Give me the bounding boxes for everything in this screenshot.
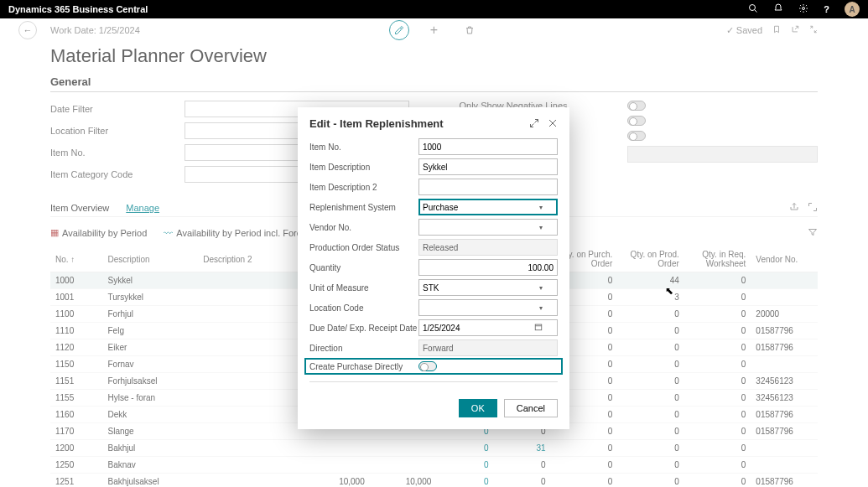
direction-label: Direction [309,344,418,353]
app-title: Dynamics 365 Business Central [8,4,148,14]
item-replenishment-dialog: Edit - Item Replenishment Item No. Item … [298,107,569,429]
maximize-icon[interactable] [529,118,539,130]
help-icon[interactable]: ? [824,4,829,14]
ok-button[interactable]: OK [459,399,497,417]
due-date-field[interactable] [418,319,558,336]
prod-status-field [418,239,558,256]
svg-line-1 [755,10,757,13]
svg-point-2 [803,8,805,10]
vendor-no-select[interactable] [418,219,558,236]
item-no-label: Item No. [309,142,418,152]
quantity-field[interactable] [418,259,558,276]
repl-sys-select[interactable] [418,199,558,215]
svg-point-0 [750,5,756,11]
avatar[interactable]: A [845,2,860,17]
item-desc2-label: Item Description 2 [309,183,418,192]
uom-label: Unit of Measure [309,283,418,293]
app-topbar: Dynamics 365 Business Central ? A [0,0,868,18]
bell-icon[interactable] [773,3,783,15]
prod-status-label: Production Order Status [309,243,418,252]
due-date-label: Due Date/ Exp. Receipt Date [309,324,418,333]
search-icon[interactable] [748,3,758,15]
repl-sys-label: Replenishment System [309,203,418,212]
item-desc2-field[interactable] [418,179,558,195]
close-icon[interactable] [548,118,558,130]
dialog-title: Edit - Item Replenishment [309,117,444,130]
create-purch-toggle[interactable] [418,361,437,371]
topbar-actions: ? A [748,2,860,17]
location-label: Location Code [309,303,418,313]
location-select[interactable] [418,299,558,316]
item-desc-field[interactable] [418,158,558,175]
quantity-label: Quantity [309,263,418,272]
create-purch-label: Create Purchase Directly [309,362,418,371]
uom-select[interactable] [418,279,558,296]
direction-field [418,339,558,356]
item-desc-label: Item Description [309,163,418,172]
gear-icon[interactable] [798,3,808,15]
item-no-field[interactable] [418,138,558,155]
cancel-button[interactable]: Cancel [504,399,558,417]
vendor-no-label: Vendor No. [309,223,418,232]
